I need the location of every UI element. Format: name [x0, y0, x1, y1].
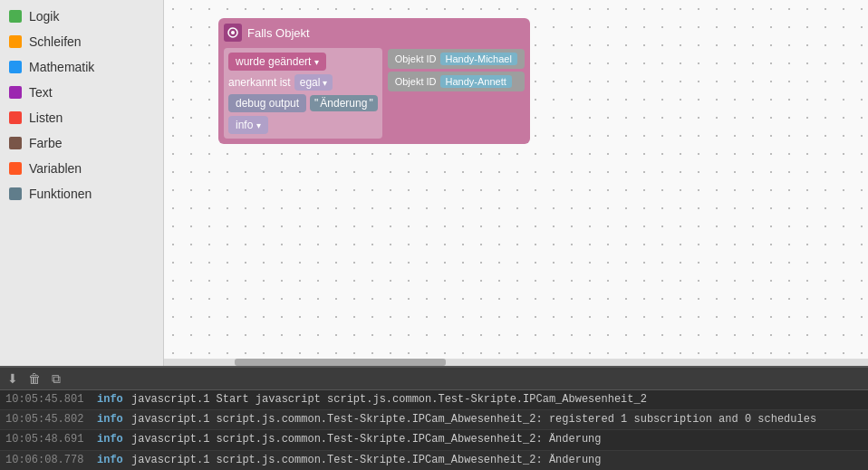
log-message: javascript.1 script.js.common.Test-Skrip… — [131, 431, 601, 448]
info-block[interactable]: info ▾ — [228, 116, 268, 134]
log-level: info — [97, 391, 124, 408]
log-level: info — [97, 452, 124, 469]
listen-color-bar — [9, 111, 22, 124]
listen-label: Listen — [29, 110, 63, 125]
log-message: javascript.1 script.js.common.Test-Skrip… — [131, 411, 816, 428]
aenderung-quote-block[interactable]: " Änderung " — [310, 95, 378, 111]
id-value-michael: Handy-Michael — [440, 53, 517, 65]
funktionen-label: Funktionen — [29, 187, 92, 201]
egal-dropdown-icon[interactable]: ▾ — [323, 78, 327, 88]
logik-color-bar — [9, 10, 22, 23]
info-dropdown-icon[interactable]: ▾ — [256, 120, 261, 130]
block-container: Falls Objekt wurde geändert ▾ — [218, 18, 530, 144]
log-entries-list[interactable]: 10:05:45.801infojavascript.1 Start javas… — [0, 390, 868, 470]
block-settings-icon — [224, 24, 242, 42]
farbe-label: Farbe — [29, 136, 63, 150]
anerkannt-label: anerkannt ist — [228, 76, 291, 89]
log-time: 10:05:45.801 — [5, 391, 92, 408]
mathematik-color-bar — [9, 61, 22, 73]
canvas-scrollbar-thumb[interactable] — [235, 359, 446, 366]
log-entry: 10:05:45.802infojavascript.1 script.js.c… — [0, 410, 868, 430]
log-entry: 10:05:45.801infojavascript.1 Start javas… — [0, 390, 868, 410]
log-message: javascript.1 Start javascript script.js.… — [131, 391, 647, 408]
log-download-button[interactable]: ⬇ — [4, 369, 22, 388]
falls-objekt-block[interactable]: Falls Objekt wurde geändert ▾ — [218, 18, 530, 144]
sidebar-item-variablen[interactable]: Variablen — [0, 156, 163, 181]
sidebar-item-schleifen[interactable]: Schleifen — [0, 29, 163, 54]
variablen-color-bar — [9, 162, 22, 175]
id-block-annett[interactable]: Objekt ID Handy-Annett — [388, 72, 525, 91]
text-color-bar — [9, 86, 22, 99]
log-level: info — [97, 431, 124, 448]
sidebar-item-mathematik[interactable]: Mathematik — [0, 54, 163, 80]
falls-objekt-label: Falls Objekt — [247, 26, 310, 40]
log-time: 10:05:45.802 — [5, 411, 92, 428]
funktionen-color-bar — [9, 187, 22, 200]
egal-block[interactable]: egal ▾ — [294, 74, 333, 91]
svg-point-1 — [231, 31, 235, 34]
canvas-horizontal-scrollbar[interactable] — [164, 359, 868, 366]
sidebar: LogikSchleifenMathematikTextListenFarbeV… — [0, 0, 164, 366]
id-block-michael[interactable]: Objekt ID Handy-Michael — [388, 49, 525, 69]
sidebar-item-funktionen[interactable]: Funktionen — [0, 181, 163, 206]
sidebar-item-listen[interactable]: Listen — [0, 105, 163, 130]
logik-label: Logik — [29, 9, 59, 24]
id-label-2: Objekt ID — [395, 76, 437, 87]
canvas-area[interactable]: Falls Objekt wurde geändert ▾ — [164, 0, 868, 366]
log-entry: 10:06:08.778infojavascript.1 script.js.c… — [0, 451, 868, 470]
log-panel: ⬇ 🗑 ⧉ 10:05:45.801infojavascript.1 Start… — [0, 366, 868, 470]
log-message: javascript.1 script.js.common.Test-Skrip… — [131, 452, 601, 469]
log-time: 10:06:08.778 — [5, 452, 92, 469]
schleifen-label: Schleifen — [29, 34, 82, 49]
id-value-annett: Handy-Annett — [440, 75, 512, 88]
mathematik-label: Mathematik — [29, 60, 94, 74]
id-blocks: Objekt ID Handy-Michael Objekt ID Handy-… — [388, 49, 525, 91]
log-copy-button[interactable]: ⧉ — [47, 369, 65, 388]
falls-inner-content: wurde geändert ▾ anerkannt ist egal ▾ — [224, 48, 382, 139]
log-time: 10:05:48.691 — [5, 431, 92, 448]
sidebar-item-farbe[interactable]: Farbe — [0, 130, 163, 156]
wurde-geandert-block[interactable]: wurde geändert ▾ — [228, 53, 326, 71]
log-entry: 10:05:48.691infojavascript.1 script.js.c… — [0, 430, 868, 450]
farbe-color-bar — [9, 137, 22, 149]
schleifen-color-bar — [9, 35, 22, 48]
id-label-1: Objekt ID — [395, 53, 437, 64]
text-label: Text — [29, 85, 53, 100]
log-level: info — [97, 411, 124, 428]
variablen-label: Variablen — [29, 161, 82, 176]
debug-output-block[interactable]: debug output — [228, 94, 306, 112]
sidebar-item-text[interactable]: Text — [0, 80, 163, 105]
log-toolbar: ⬇ 🗑 ⧉ — [0, 368, 868, 390]
log-clear-button[interactable]: 🗑 — [25, 369, 43, 388]
sidebar-item-logik[interactable]: Logik — [0, 4, 163, 29]
wurde-dropdown-icon[interactable]: ▾ — [314, 57, 319, 67]
